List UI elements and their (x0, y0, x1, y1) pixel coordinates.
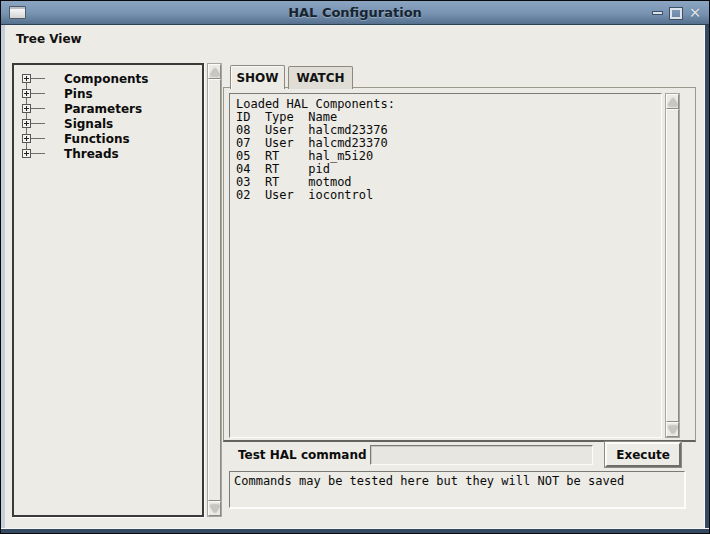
hal-command-input[interactable] (370, 445, 593, 465)
expand-plus-icon[interactable] (22, 74, 31, 83)
close-button[interactable]: ✕ (687, 5, 703, 21)
tree-line (31, 93, 45, 94)
tree-item-label[interactable]: Parameters (64, 102, 142, 116)
scroll-down-button[interactable] (666, 422, 679, 437)
scrollbar-thumb[interactable] (666, 109, 679, 422)
notice-box: Commands may be tested here but they wil… (229, 471, 685, 508)
menu-bar: Tree View (5, 26, 704, 52)
window-frame-left (1, 25, 5, 533)
close-icon: ✕ (689, 6, 702, 20)
minimize-icon (652, 11, 663, 15)
tree-item-signals[interactable]: Signals (14, 116, 202, 131)
test-hal-command-label: Test HAL command : (238, 448, 376, 462)
tree-item-threads[interactable]: Threads (14, 146, 202, 161)
scrollbar-thumb[interactable] (208, 79, 221, 501)
tree-item-label[interactable]: Signals (64, 117, 113, 131)
expand-plus-icon[interactable] (22, 149, 31, 158)
tree-scrollbar[interactable] (207, 63, 222, 517)
hal-configuration-window: HAL Configuration ✕ Tree View Components… (0, 0, 710, 534)
window-frame-right (704, 25, 709, 533)
titlebar-buttons: ✕ (649, 1, 703, 25)
arrow-up-icon (668, 98, 678, 106)
tab-watch[interactable]: WATCH (288, 66, 353, 89)
expand-plus-icon[interactable] (22, 134, 31, 143)
execute-button[interactable]: Execute (605, 442, 681, 467)
arrow-down-icon (668, 426, 678, 434)
menu-tree-view[interactable]: Tree View (10, 29, 88, 49)
minimize-button[interactable] (649, 5, 665, 21)
arrow-down-icon (210, 505, 220, 513)
tree-item-pins[interactable]: Pins (14, 86, 202, 101)
expand-plus-icon[interactable] (22, 104, 31, 113)
tree-item-functions[interactable]: Functions (14, 131, 202, 146)
expand-plus-icon[interactable] (22, 89, 31, 98)
maximize-icon (670, 8, 682, 19)
title-bar[interactable]: HAL Configuration ✕ (1, 1, 709, 25)
output-area[interactable]: Loaded HAL Components: ID Type Name 08 U… (229, 93, 662, 438)
window-title: HAL Configuration (1, 5, 709, 20)
scroll-up-button[interactable] (666, 94, 679, 109)
tree-item-label[interactable]: Threads (64, 147, 119, 161)
output-scrollbar[interactable] (665, 93, 680, 438)
tree-panel: Components Pins Parameters Signals Funct… (12, 63, 204, 517)
arrow-up-icon (210, 68, 220, 76)
window-frame-bottom (1, 528, 709, 533)
tree-line (31, 108, 45, 109)
output-text: Loaded HAL Components: ID Type Name 08 U… (236, 98, 659, 202)
tree-item-label[interactable]: Pins (64, 87, 93, 101)
tree-line (31, 78, 45, 79)
maximize-button[interactable] (668, 5, 684, 21)
tree-item-parameters[interactable]: Parameters (14, 101, 202, 116)
tab-show[interactable]: SHOW (230, 65, 285, 89)
tree-item-label[interactable]: Components (64, 72, 149, 86)
expand-plus-icon[interactable] (22, 119, 31, 128)
tree-line (31, 153, 45, 154)
tree-line (31, 138, 45, 139)
tree-item-components[interactable]: Components (14, 71, 202, 86)
tree-item-label[interactable]: Functions (64, 132, 130, 146)
window-icon[interactable] (9, 6, 26, 19)
tree-line (31, 123, 45, 124)
scroll-up-button[interactable] (208, 64, 221, 79)
scroll-down-button[interactable] (208, 501, 221, 516)
